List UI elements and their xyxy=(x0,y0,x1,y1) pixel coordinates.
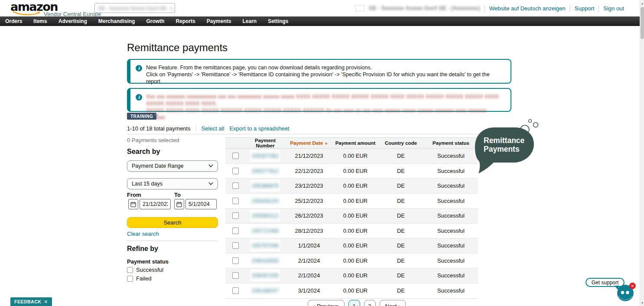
amazon-logo[interactable]: amazon Vendor Central Europe xyxy=(10,2,58,12)
divider xyxy=(485,5,485,12)
scroll-up-arrow-icon[interactable]: ▲ xyxy=(640,0,644,7)
column-payment-status[interactable]: Payment status xyxy=(424,140,478,146)
feedback-button[interactable]: FEEDBACK ✕ xyxy=(10,297,52,306)
payments-table: Payment Number Payment Date ▲ Payment am… xyxy=(225,137,478,299)
failed-label: Failed xyxy=(136,275,151,282)
to-date-group xyxy=(174,199,217,209)
successful-checkbox[interactable] xyxy=(127,267,133,273)
nav-item[interactable]: Items xyxy=(33,18,47,24)
account-selector-dropdown[interactable]: DE - Sxxxxxxx Xxxxxx GxxX DE - (... xyxy=(94,3,175,13)
payment-date-cell: 21/12/2023 xyxy=(285,153,333,159)
payments-table-body: 205307362 21/12/2023 0.00 EUR DE Success… xyxy=(225,149,478,298)
to-date-input[interactable] xyxy=(185,199,217,209)
clear-search-link[interactable]: Clear search xyxy=(127,231,159,237)
payment-number-link-blurred[interactable]: 206168037 xyxy=(250,285,281,296)
next-page-button[interactable]: Next › xyxy=(380,300,406,306)
language-toggle-link[interactable]: Website auf Deutsch anzeigen xyxy=(489,5,566,12)
export-spreadsheet-link[interactable]: Export to a spreadsheet xyxy=(229,125,289,132)
column-payment-number[interactable]: Payment Number xyxy=(245,138,285,148)
row-checkbox[interactable] xyxy=(232,212,239,219)
row-checkbox[interactable] xyxy=(232,242,239,249)
payment-row: 206168037 3/1/2024 0.00 EUR DE Successfu… xyxy=(225,283,478,299)
row-checkbox[interactable] xyxy=(232,272,239,279)
filter-successful-option[interactable]: Successful xyxy=(127,267,163,273)
nav-item[interactable]: Advertising xyxy=(59,18,87,24)
row-checkbox[interactable] xyxy=(232,198,239,204)
chevron-down-icon[interactable] xyxy=(154,114,159,117)
column-country-code[interactable]: Country code xyxy=(378,140,424,146)
payment-number-link-blurred[interactable]: 205386875 xyxy=(250,180,281,192)
from-calendar-button[interactable] xyxy=(128,199,138,209)
payment-number-link-blurred[interactable]: 205307362 xyxy=(250,150,281,162)
payment-status-cell: Successful xyxy=(424,153,478,159)
country-code-cell: DE xyxy=(378,182,424,189)
payment-date-cell: 22/12/2023 xyxy=(285,168,333,174)
page-number-button[interactable]: 2 xyxy=(364,300,376,306)
column-payment-date-sorted[interactable]: Payment Date ▲ xyxy=(285,140,333,146)
payment-number-link-blurred[interactable]: 206043555 xyxy=(250,255,281,267)
support-link[interactable]: Support xyxy=(575,5,595,12)
search-type-value: Payment Date Range xyxy=(132,163,184,169)
country-code-cell: DE xyxy=(378,228,424,234)
payment-amount-cell: 0.00 EUR xyxy=(333,168,378,174)
row-checkbox[interactable] xyxy=(232,228,239,234)
scroll-down-arrow-icon[interactable]: ▼ xyxy=(640,299,644,306)
nav-item[interactable]: Reports xyxy=(176,18,195,24)
vendor-central-page: amazon Vendor Central Europe DE - Sxxxxx… xyxy=(0,0,644,306)
column-payment-amount[interactable]: Payment amount xyxy=(333,140,378,146)
close-support-icon[interactable]: ✕ xyxy=(629,283,636,289)
scrollbar-thumb[interactable] xyxy=(641,7,644,39)
row-checkbox[interactable] xyxy=(232,153,239,159)
sign-out-link[interactable]: Sign out xyxy=(603,5,624,12)
calendar-icon xyxy=(130,202,136,207)
to-calendar-button[interactable] xyxy=(174,199,184,209)
results-count: 1-10 of 18 total payments xyxy=(127,125,191,132)
page-number-button[interactable]: 1 xyxy=(348,300,360,306)
nav-item[interactable]: Merchandising xyxy=(98,18,135,24)
payment-date-cell: 28/12/2023 xyxy=(285,228,333,234)
payment-number-link-blurred[interactable]: 205560212 xyxy=(250,210,281,221)
payment-status-cell: Successful xyxy=(424,212,478,219)
payment-amount-cell: 0.00 EUR xyxy=(333,272,378,279)
from-date-input[interactable] xyxy=(140,199,171,209)
payment-amount-cell: 0.00 EUR xyxy=(333,257,378,264)
payment-status-cell: Successful xyxy=(424,287,478,294)
payment-row: 205797036 1/1/2024 0.00 EUR DE Successfu… xyxy=(225,238,478,254)
top-bar: amazon Vendor Central Europe DE - Sxxxxx… xyxy=(0,0,640,16)
payment-number-link-blurred[interactable]: 205721065 xyxy=(250,225,281,237)
payment-number-link-blurred[interactable]: 205377822 xyxy=(250,165,281,177)
vendor-codes-notice: i Xxx xxx xxxxxxx xxxxxxxxxxx xxx xxx xx… xyxy=(127,88,511,112)
account-name-blurred: DE - Sxxxxxxx Xxxxxx GxxX DE - (Xxxxxxxx… xyxy=(369,5,480,11)
payment-date-cell: 25/12/2023 xyxy=(285,198,333,204)
failed-checkbox[interactable] xyxy=(127,276,133,282)
payment-number-link-blurred[interactable]: 205797036 xyxy=(250,240,281,251)
nav-item[interactable]: Growth xyxy=(146,18,164,24)
payment-row: 206043555 2/1/2024 0.00 EUR DE Successfu… xyxy=(225,254,478,269)
nav-item[interactable]: Payments xyxy=(207,18,231,24)
feedback-label: FEEDBACK xyxy=(14,299,41,304)
row-checkbox[interactable] xyxy=(232,168,239,174)
payment-number-link-blurred[interactable]: 206097205 xyxy=(250,270,281,281)
payment-number-link-blurred[interactable]: 205406100 xyxy=(250,195,281,207)
search-button[interactable]: Search xyxy=(127,217,218,228)
date-preset-select[interactable]: Last 15 days xyxy=(127,178,218,189)
payments-table-header: Payment Number Payment Date ▲ Payment am… xyxy=(225,137,478,149)
filter-failed-option[interactable]: Failed xyxy=(127,275,151,282)
page-scrollbar[interactable]: ▲ ▼ xyxy=(640,0,644,306)
payment-date-cell: 3/1/2024 xyxy=(285,287,333,294)
nav-item[interactable]: Settings xyxy=(268,18,288,24)
search-type-select[interactable]: Payment Date Range xyxy=(127,160,218,172)
select-all-link[interactable]: Select all xyxy=(202,125,224,132)
divider xyxy=(196,125,196,132)
row-checkbox[interactable] xyxy=(232,182,239,189)
vendor-codes-notice-text-blurred: Xxx xxx xxxxxxx xxxxxxxxxxx xxx xxx xxxx… xyxy=(146,93,504,121)
payment-status-cell: Successful xyxy=(424,257,478,264)
nav-item[interactable]: Orders xyxy=(5,18,22,24)
payment-status-group-label: Payment status xyxy=(127,258,169,265)
payment-date-cell: 26/12/2023 xyxy=(285,212,333,219)
training-badge[interactable]: TRAINING xyxy=(127,113,156,120)
row-checkbox[interactable] xyxy=(232,287,239,294)
previous-page-button[interactable]: ‹ Previous xyxy=(308,300,345,306)
nav-item[interactable]: Learn xyxy=(242,18,257,24)
row-checkbox[interactable] xyxy=(232,257,239,264)
